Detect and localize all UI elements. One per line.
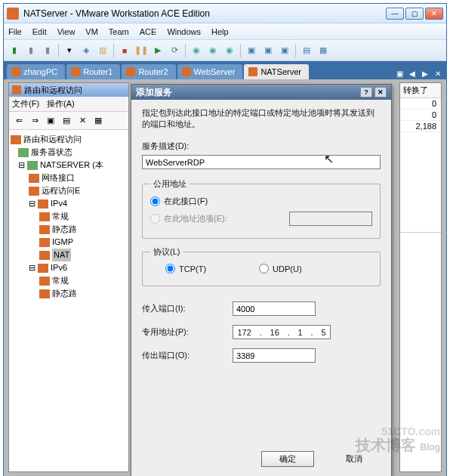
rras-menu-action[interactable]: 操作(A): [47, 98, 75, 110]
desc-input[interactable]: [142, 155, 381, 169]
radio-udp-label: UDP(U): [273, 264, 302, 274]
tab-webserver[interactable]: WebServer: [177, 64, 243, 79]
outgoing-port-label: 传出端口(O):: [142, 350, 233, 361]
menu-windows[interactable]: Windows: [167, 27, 201, 36]
tool-unity-icon[interactable]: ▤: [299, 43, 314, 58]
tab-router1[interactable]: Router1: [66, 64, 120, 79]
tree-ipv4-general[interactable]: 常规: [52, 210, 69, 223]
public-address-group: 公用地址 在此接口(F) 在此地址池项(E):: [142, 178, 381, 239]
tool-play-icon[interactable]: ▶: [150, 43, 165, 58]
tree-remote[interactable]: 远程访问E: [42, 184, 80, 197]
tab-zhangpc[interactable]: zhangPC: [7, 64, 65, 79]
dialog-titlebar: 添加服务 ? ✕: [131, 85, 391, 100]
tool-snapshot-icon[interactable]: ◈: [79, 43, 94, 58]
tool-view1-icon[interactable]: ▣: [244, 43, 259, 58]
window-title: NATServer - VMware Workstation ACE Editi…: [23, 8, 386, 19]
tool-suspend-icon[interactable]: ▮: [40, 43, 55, 58]
tab-next-icon[interactable]: ▶: [420, 67, 430, 79]
tool-view3-icon[interactable]: ▣: [277, 43, 292, 58]
menu-team[interactable]: Team: [109, 27, 129, 36]
rras-menu-file[interactable]: 文件(F): [12, 98, 39, 110]
menu-view[interactable]: View: [57, 27, 76, 36]
details-row: 0: [400, 98, 441, 110]
cancel-button[interactable]: 取消: [328, 451, 381, 467]
tree-ipv4-nat[interactable]: NAT: [52, 249, 71, 261]
dialog-help-button[interactable]: ?: [360, 87, 372, 97]
tool-snap2-icon[interactable]: ◉: [205, 43, 220, 58]
rras-prop-icon[interactable]: ✕: [76, 114, 89, 128]
tool-snap1-icon[interactable]: ◉: [189, 43, 204, 58]
tool-pause-icon[interactable]: ❚❚: [134, 43, 149, 58]
rras-up-icon[interactable]: ▣: [44, 114, 57, 128]
radio-udp[interactable]: [259, 264, 269, 274]
tree-server-status[interactable]: 服务器状态: [31, 146, 72, 159]
incoming-port-label: 传入端口(I):: [142, 303, 233, 314]
tool-poweroff-icon[interactable]: ▮: [23, 43, 39, 58]
ok-button[interactable]: 确定: [261, 451, 314, 467]
menu-help[interactable]: Help: [211, 27, 229, 36]
tool-view2-icon[interactable]: ▣: [260, 43, 276, 58]
tool-snap3-icon[interactable]: ◉: [222, 43, 237, 58]
tree-ipv4-static[interactable]: 静态路: [52, 223, 77, 236]
radio-on-interface-label: 在此接口(F): [164, 196, 208, 207]
dialog-close-button[interactable]: ✕: [374, 87, 387, 97]
rras-window: 路由和远程访问 文件(F) 操作(A) ⇐ ⇒ ▣ ▤ ✕ ▦ 路由和远程访问 …: [8, 82, 129, 472]
menu-vm[interactable]: VM: [85, 27, 98, 36]
radio-on-interface[interactable]: [150, 196, 160, 206]
rras-back-icon[interactable]: ⇐: [12, 114, 26, 128]
rras-refresh-icon[interactable]: ▤: [60, 114, 73, 128]
tab-prev-icon[interactable]: ◀: [407, 67, 418, 79]
radio-tcp[interactable]: [165, 264, 175, 274]
app-icon: [7, 8, 19, 20]
protocol-group: 协议(L) TCP(T) UDP(U): [142, 246, 381, 286]
tree-ipv4-igmp[interactable]: IGMP: [52, 236, 73, 249]
tree-netif[interactable]: 网络接口: [42, 172, 75, 184]
tree-ipv6-general[interactable]: 常规: [52, 274, 69, 287]
rras-menu: 文件(F) 操作(A): [9, 97, 128, 112]
tab-new-icon[interactable]: ▣: [394, 67, 405, 79]
radio-pool-label: 在此地址池项(E):: [164, 213, 227, 224]
desc-label: 服务描述(D):: [142, 141, 381, 152]
menu-file[interactable]: File: [8, 27, 22, 36]
tree-natserver[interactable]: NATSERVER (本: [40, 159, 103, 172]
maximize-button[interactable]: ▢: [405, 8, 424, 20]
titlebar: NATServer - VMware Workstation ACE Editi…: [4, 4, 446, 23]
rras-help-icon[interactable]: ▦: [91, 114, 105, 128]
radio-pool: [150, 214, 160, 224]
close-button[interactable]: ✕: [425, 8, 443, 20]
add-service-dialog: 添加服务 ? ✕ 指定包到达此接口地址的特定端口或特定地址池项时将其发送到的端口…: [131, 84, 392, 476]
details-row: 0: [400, 110, 441, 121]
menu-edit[interactable]: Edit: [32, 27, 47, 36]
tree-root[interactable]: 路由和远程访问: [23, 133, 82, 146]
rras-title: 路由和远程访问: [24, 85, 82, 96]
outgoing-port-input[interactable]: [233, 348, 316, 363]
private-address-label: 专用地址(P):: [142, 326, 233, 338]
rras-fwd-icon[interactable]: ⇒: [28, 114, 42, 128]
toolbar: ▮ ▮ ▮ ▾ ◈ ▥ ■ ❚❚ ▶ ⟳ ◉ ◉ ◉ ▣ ▣ ▣ ▤ ▦: [4, 40, 446, 61]
radio-tcp-label: TCP(T): [179, 264, 206, 274]
tree-ipv6-static[interactable]: 静态路: [52, 287, 77, 300]
tool-dropdown-icon[interactable]: ▾: [62, 43, 77, 58]
tool-fullscreen-icon[interactable]: ▦: [316, 43, 331, 58]
public-address-legend: 公用地址: [150, 178, 190, 190]
tab-natserver[interactable]: NATServer: [244, 64, 309, 79]
private-address-input[interactable]: 172. 16. 1. 5: [233, 325, 331, 339]
pool-input: [289, 212, 372, 226]
tab-router2[interactable]: Router2: [122, 64, 175, 79]
tool-stop-icon[interactable]: ■: [117, 43, 132, 58]
menubar: File Edit View VM Team ACE Windows Help: [4, 23, 446, 40]
tree-ipv6[interactable]: IPv6: [51, 261, 67, 274]
tool-folder-icon[interactable]: ▥: [95, 43, 110, 58]
rras-tree: 路由和远程访问 服务器状态 ⊟ NATSERVER (本 网络接口 远程访问E …: [9, 130, 128, 303]
tree-ipv4[interactable]: IPv4: [51, 197, 67, 210]
incoming-port-input[interactable]: [233, 301, 316, 316]
rras-titlebar: 路由和远程访问: [9, 83, 128, 97]
tab-close-icon[interactable]: ✕: [433, 67, 443, 79]
menu-ace[interactable]: ACE: [140, 27, 157, 36]
tool-reset-icon[interactable]: ⟳: [167, 43, 182, 58]
vm-tabbar: zhangPC Router1 Router2 WebServer NATSer…: [4, 61, 446, 79]
details-row: 2,188: [400, 121, 441, 132]
tool-poweron-icon[interactable]: ▮: [7, 43, 22, 58]
details-header[interactable]: 转换了: [400, 83, 441, 98]
minimize-button[interactable]: —: [386, 8, 404, 20]
